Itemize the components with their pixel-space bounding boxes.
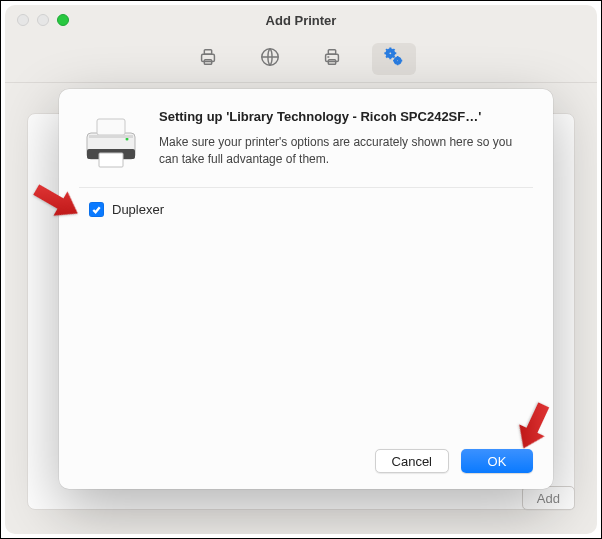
cancel-button[interactable]: Cancel (375, 449, 449, 473)
globe-icon (259, 46, 281, 72)
ok-button[interactable]: OK (461, 449, 533, 473)
tab-advanced[interactable] (372, 43, 416, 75)
svg-point-19 (396, 59, 398, 61)
add-button: Add (522, 486, 575, 510)
printer-icon (197, 46, 219, 72)
sheet-header-text: Setting up 'Library Technology - Ricoh S… (159, 109, 533, 173)
checkbox-checked-icon (89, 202, 104, 217)
svg-rect-26 (97, 119, 125, 135)
tab-ip-printer[interactable] (248, 43, 292, 75)
outer-frame: Add Printer (0, 0, 602, 539)
sheet-header: Setting up 'Library Technology - Ricoh S… (79, 109, 533, 173)
svg-rect-29 (89, 135, 133, 138)
add-button-label: Add (537, 491, 560, 506)
svg-line-14 (386, 49, 387, 50)
options-list: Duplexer (79, 202, 533, 217)
ok-button-label: OK (488, 454, 507, 469)
sheet-divider (79, 187, 533, 188)
option-duplexer[interactable]: Duplexer (89, 202, 533, 217)
window-title: Add Printer (5, 13, 597, 28)
tab-windows-printer[interactable] (310, 43, 354, 75)
svg-line-16 (386, 56, 387, 57)
svg-rect-5 (328, 49, 335, 54)
toolbar (5, 35, 597, 83)
titlebar: Add Printer (5, 5, 597, 35)
svg-rect-1 (204, 49, 211, 54)
gears-icon (383, 46, 405, 72)
cancel-button-label: Cancel (392, 454, 432, 469)
svg-line-15 (393, 56, 394, 57)
sheet-subtext: Make sure your printer's options are acc… (159, 134, 533, 168)
svg-line-17 (393, 49, 394, 50)
printer-large-icon (79, 109, 143, 173)
options-sheet: Setting up 'Library Technology - Ricoh S… (59, 89, 553, 489)
sheet-actions: Cancel OK (79, 449, 533, 473)
main-window: Add Printer (5, 5, 597, 534)
fax-icon (321, 46, 343, 72)
sheet-heading: Setting up 'Library Technology - Ricoh S… (159, 109, 533, 124)
svg-rect-27 (99, 153, 123, 167)
tab-default-printer[interactable] (186, 43, 230, 75)
svg-point-9 (389, 51, 392, 54)
option-label: Duplexer (112, 202, 164, 217)
